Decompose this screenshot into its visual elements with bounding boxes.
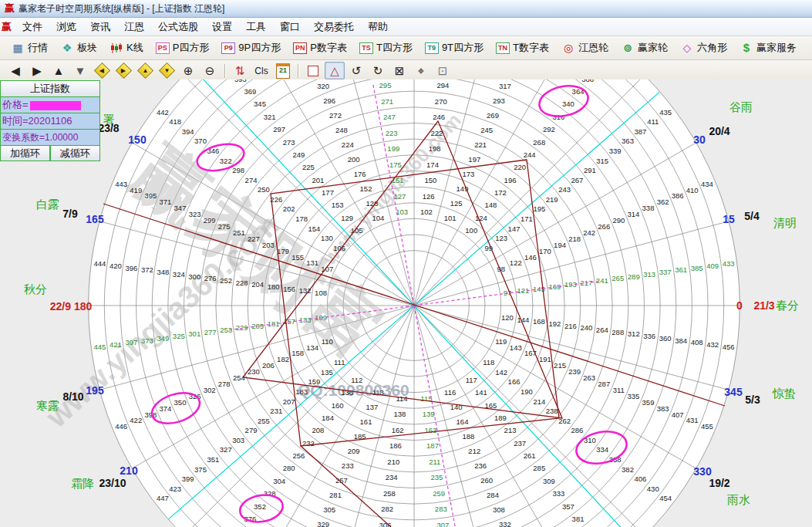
svg-text:286: 286 [571,426,584,434]
cls-button-button[interactable]: Cls [251,62,271,79]
menu-item-2[interactable]: 资讯 [83,18,117,35]
nav-back-button[interactable]: ◀ [5,62,25,79]
nav-down-button[interactable]: ▼ [70,62,90,79]
svg-text:333: 333 [552,489,564,498]
toolbar-button-5[interactable]: PNP数字表 [287,39,353,57]
svg-text:347: 347 [174,204,187,212]
toolbar-button-2[interactable]: K线 [103,39,150,57]
kline-icon [110,42,123,54]
svg-text:123: 123 [495,234,507,242]
menu-item-0[interactable]: 文件 [15,18,49,35]
toolbar-label: 9T四方形 [442,41,483,55]
svg-text:442: 442 [157,108,169,117]
svg-text:288: 288 [612,328,624,336]
menu-item-7[interactable]: 窗口 [273,18,307,35]
menu-item-9[interactable]: 帮助 [361,18,395,35]
svg-text:290: 290 [612,216,625,225]
svg-text:291: 291 [584,166,596,174]
peripheral-label-21/3: 21/3 [753,299,774,312]
toolbar-button-12[interactable]: $赢家服务 [733,39,803,57]
svg-text:456: 456 [723,343,735,351]
svg-text:215: 215 [554,361,566,370]
svg-text:138: 138 [393,410,406,418]
svg-text:135: 135 [321,368,333,377]
svg-text:445: 445 [93,343,106,351]
svg-text:129: 129 [341,214,353,222]
svg-text:388: 388 [581,79,594,83]
toolbar-button-7[interactable]: T99T四方形 [419,39,490,57]
menu-item-4[interactable]: 公式选股 [151,18,205,35]
svg-text:446: 446 [115,422,127,431]
rotate-cw-button[interactable]: ↻ [368,62,388,79]
zoom-in-button[interactable]: ⊕ [178,62,198,79]
svg-text:321: 321 [264,113,276,121]
svg-text:312: 312 [628,329,640,338]
toolbar-button-6[interactable]: TST四方形 [353,39,419,57]
nav-forward-button[interactable]: ▶ [27,62,47,79]
menu-item-5[interactable]: 设置 [205,18,239,35]
svg-text:398: 398 [144,410,157,419]
quote-panel: 上证指数 价格= 时间=20201106 变换系数=1.00000 加循环 减循… [0,80,100,161]
svg-text:302: 302 [204,386,216,394]
svg-text:241: 241 [596,276,608,285]
svg-text:183: 183 [295,387,308,396]
toolbar-label: 赢家服务 [756,41,797,55]
nav-up-button[interactable]: ▲ [49,62,69,79]
toolbar-button-11[interactable]: ◇六角形 [674,39,733,57]
svg-text:223: 223 [386,129,398,137]
toolbar-button-4[interactable]: P99P四方形 [215,39,287,57]
svg-text:201: 201 [312,176,325,184]
toolbar-button-3[interactable]: PSP四方形 [150,39,216,57]
toolbar-label: 板块 [77,41,97,55]
svg-text:186: 186 [389,441,402,450]
menu-item-1[interactable]: 浏览 [49,18,83,35]
gann-wheel-svg[interactable]: 赢家财富www.yingjia360.comwww.yingjia360.com… [0,79,812,527]
svg-text:268: 268 [533,138,545,147]
pan-right-button[interactable]: ▶ [113,62,133,79]
chart-toolbar: ◀▶▲▼◀▶▲▼⊕⊖⇅Cls21△↺↻⊠⌖⊡ [0,60,812,82]
svg-text:382: 382 [622,465,634,474]
contract-tool-button[interactable]: ⌖ [411,62,431,79]
screen-tool-button[interactable]: ⊡ [433,62,453,79]
menu-item-3[interactable]: 江恩 [117,18,151,35]
add-cycle-button[interactable]: 加循环 [0,146,50,161]
svg-text:257: 257 [335,476,348,485]
svg-text:338: 338 [642,204,655,212]
sub-cycle-button[interactable]: 减循环 [50,146,100,161]
toolbar-button-9[interactable]: ◎江恩轮 [555,39,615,57]
calendar-button[interactable]: 21 [273,62,293,79]
square-tool-button[interactable] [303,62,323,79]
svg-text:434: 434 [701,180,713,188]
svg-text:154: 154 [308,225,321,233]
svg-text:142: 142 [495,368,507,377]
peripheral-label-惊蛰: 惊蛰 [772,387,796,400]
svg-text:444: 444 [93,259,106,268]
svg-text:282: 282 [381,505,393,513]
toolbar-button-1[interactable]: ❖板块 [54,39,103,57]
svg-text:174: 174 [426,160,439,169]
svg-text:150: 150 [424,176,436,184]
toolbar-button-8[interactable]: TNT数字表 [490,39,555,57]
toolbar-label: P四方形 [173,41,210,55]
menu-item-6[interactable]: 工具 [239,18,273,35]
svg-text:194: 194 [554,241,566,249]
svg-text:224: 224 [342,140,354,149]
svg-text:322: 322 [220,157,232,165]
updown-arrows-button[interactable]: ⇅ [230,62,250,79]
menu-item-8[interactable]: 交易委托 [307,18,361,35]
peripheral-label-白露: 白露 [36,198,59,211]
expand-tool-button[interactable]: ⊠ [389,62,409,79]
rotate-ccw-button[interactable]: ↺ [346,62,366,79]
toolbar-button-0[interactable]: ▦行情 [5,39,54,57]
pan-left-button[interactable]: ◀ [92,62,112,79]
triangle-tool-button[interactable]: △ [325,62,345,79]
toolbar-button-10[interactable]: ⊚赢家轮 [615,39,674,57]
pan-up-button[interactable]: ▲ [135,62,155,79]
pan-down-button[interactable]: ▼ [157,62,177,79]
peripheral-label-春分: 春分 [776,299,799,312]
svg-text:317: 317 [499,82,511,90]
zoom-out-button[interactable]: ⊖ [200,62,220,79]
svg-text:383: 383 [657,404,669,413]
index-name-button[interactable]: 上证指数 [0,80,100,97]
gann-wheel-chart[interactable]: 赢家财富www.yingjia360.comwww.yingjia360.com… [0,79,812,527]
